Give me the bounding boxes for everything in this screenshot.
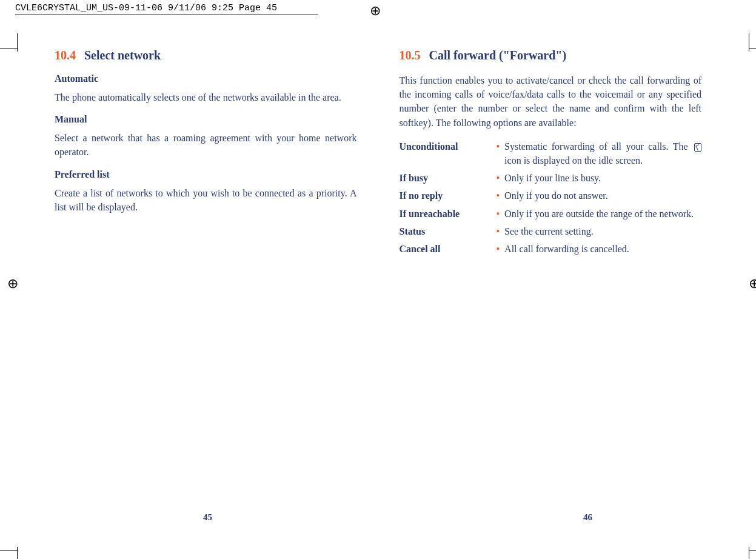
option-row: If unreachable • Only if you are outside…	[400, 207, 702, 221]
body-text: The phone automatically selects one of t…	[55, 90, 357, 104]
registration-mark-icon	[370, 3, 388, 21]
option-row: Unconditional • Systematic forwarding of…	[400, 139, 702, 167]
section-number: 10.5	[400, 49, 421, 62]
option-description: Only if you do not answer.	[504, 189, 701, 203]
option-row: Cancel all • All call forwarding is canc…	[400, 242, 702, 256]
bullet-icon: •	[497, 139, 500, 167]
body-text: Create a list of networks to which you w…	[55, 186, 357, 214]
option-label: If no reply	[400, 189, 497, 203]
print-header-banner: CVLE6CRYSTAL_UM_US-09-11-06 9/11/06 9:25…	[15, 3, 318, 15]
option-label: Unconditional	[400, 139, 497, 167]
section-title: Select network	[84, 49, 161, 62]
page-number: 45	[203, 512, 212, 523]
option-row: If busy • Only if your line is busy.	[400, 171, 702, 185]
bullet-icon: •	[497, 242, 500, 256]
subsection-heading: Preferred list	[55, 169, 357, 180]
option-row: If no reply • Only if you do not answer.	[400, 189, 702, 203]
section-heading: 10.5Call forward ("Forward")	[400, 49, 702, 62]
section-number: 10.4	[55, 49, 76, 62]
option-description: Only if you are outside the range of the…	[504, 207, 701, 221]
option-label: Status	[400, 224, 497, 238]
intro-text: This function enables you to activate/ca…	[400, 73, 702, 130]
option-label: If busy	[400, 171, 497, 185]
option-description: All call forwarding is cancelled.	[504, 242, 701, 256]
bullet-icon: •	[497, 189, 500, 203]
section-title: Call forward ("Forward")	[429, 49, 567, 62]
bullet-icon: •	[497, 171, 500, 185]
body-text: Select a network that has a roaming agre…	[55, 131, 357, 159]
section-heading: 10.4Select network	[55, 49, 357, 62]
option-description: See the current setting.	[504, 224, 701, 238]
bullet-icon: •	[497, 224, 500, 238]
option-label: If unreachable	[400, 207, 497, 221]
option-row: Status • See the current setting.	[400, 224, 702, 238]
right-page: 10.5Call forward ("Forward") This functi…	[400, 49, 702, 259]
forward-icon	[694, 143, 701, 152]
subsection-heading: Manual	[55, 114, 357, 125]
option-description: Only if your line is busy.	[504, 171, 701, 185]
left-page: 10.4Select network Automatic The phone a…	[55, 49, 357, 259]
option-description: Systematic forwarding of all your calls.…	[504, 139, 701, 167]
subsection-heading: Automatic	[55, 73, 357, 84]
page-number: 46	[583, 512, 592, 523]
bullet-icon: •	[497, 207, 500, 221]
option-label: Cancel all	[400, 242, 497, 256]
